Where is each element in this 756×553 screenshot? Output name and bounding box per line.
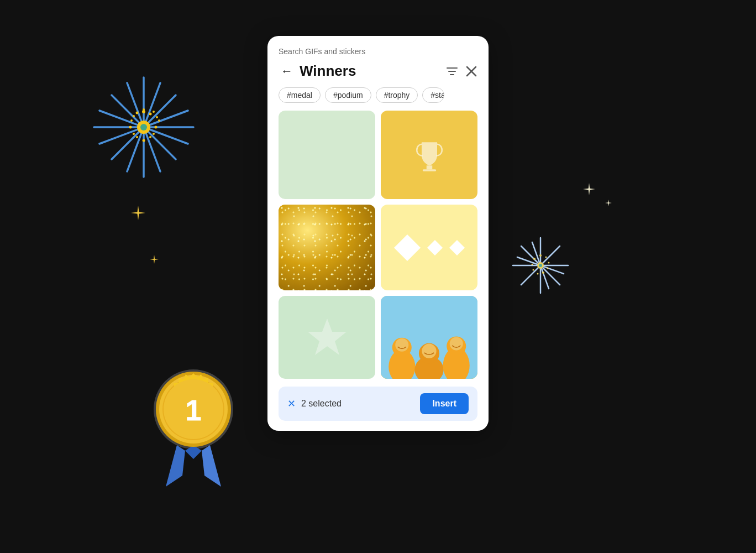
svg-line-7 (144, 95, 176, 127)
tags-row: #medal #podium #trophy #sta (267, 87, 489, 111)
svg-point-27 (143, 139, 145, 142)
svg-point-24 (155, 126, 158, 129)
svg-line-12 (144, 111, 188, 127)
tag-podium[interactable]: #podium (325, 87, 371, 103)
close-button[interactable] (465, 65, 477, 77)
close-icon (465, 65, 477, 77)
svg-point-55 (532, 264, 533, 265)
svg-marker-58 (166, 445, 185, 487)
svg-marker-59 (202, 445, 221, 487)
svg-line-6 (112, 127, 144, 159)
page-title: Winners (300, 62, 356, 80)
svg-point-25 (153, 133, 155, 135)
svg-point-62 (159, 375, 228, 444)
svg-rect-67 (447, 67, 458, 69)
light-starburst-decoration (507, 232, 574, 299)
diamond-small-icon (426, 239, 444, 257)
svg-line-44 (532, 242, 540, 265)
svg-rect-72 (426, 165, 432, 169)
svg-marker-60 (185, 445, 202, 459)
insert-button[interactable]: Insert (420, 393, 469, 414)
svg-point-17 (140, 124, 147, 131)
svg-point-46 (537, 262, 544, 269)
sparkle-decoration-4 (605, 199, 612, 208)
svg-line-5 (144, 127, 176, 159)
svg-line-45 (540, 265, 549, 289)
diamond-small-icon-2 (448, 239, 466, 257)
grid-item-6[interactable] (381, 296, 477, 379)
selected-info: ✕ 2 selected (287, 398, 342, 410)
svg-line-42 (517, 257, 540, 265)
tag-medal[interactable]: #medal (279, 87, 321, 103)
diamond-large-icon (393, 233, 422, 262)
bottom-bar: ✕ 2 selected Insert (279, 387, 477, 421)
svg-point-18 (142, 110, 145, 113)
star-icon (305, 315, 349, 359)
svg-line-11 (144, 127, 160, 171)
svg-line-13 (99, 127, 144, 144)
filter-icon (445, 65, 459, 78)
people-photo (381, 296, 477, 379)
svg-rect-69 (450, 74, 454, 75)
gif-search-modal: Search GIFs and stickers ← Winners (267, 36, 489, 431)
svg-point-29 (133, 133, 135, 135)
tag-star-partial[interactable]: #sta (422, 87, 444, 103)
sparkle-decoration-3 (582, 182, 596, 199)
clear-selection-button[interactable]: ✕ (287, 398, 296, 410)
grid-item-4[interactable] (381, 205, 477, 290)
blue-starburst-decoration (83, 66, 204, 188)
medal-decoration: {/* Serrated circle approximated with po… (133, 343, 254, 487)
svg-point-31 (130, 119, 133, 122)
nav-row: ← Winners (279, 62, 477, 80)
svg-point-50 (548, 262, 550, 264)
svg-line-4 (112, 95, 144, 127)
svg-point-33 (136, 112, 139, 114)
svg-marker-74 (308, 319, 347, 355)
svg-line-9 (144, 127, 188, 144)
nav-right (445, 65, 477, 78)
svg-point-30 (129, 126, 132, 129)
grid-item-1[interactable] (279, 111, 375, 199)
selected-count: 2 selected (301, 399, 342, 409)
svg-line-41 (540, 246, 560, 265)
sparkle-decoration-2 (149, 254, 159, 267)
svg-point-32 (133, 115, 135, 117)
grid-item-5[interactable] (279, 296, 375, 379)
svg-point-78 (395, 338, 408, 352)
svg-point-81 (422, 344, 436, 358)
svg-point-54 (533, 269, 534, 271)
svg-line-10 (127, 83, 144, 127)
svg-point-49 (545, 257, 547, 258)
svg-point-65 (164, 379, 223, 439)
svg-point-21 (153, 111, 155, 113)
trophy-icon (410, 135, 449, 174)
sparkle-decoration-1 (130, 205, 146, 225)
svg-point-23 (158, 119, 160, 122)
svg-line-43 (540, 265, 564, 274)
modal-header: Search GIFs and stickers ← Winners (267, 36, 489, 87)
svg-text:1: 1 (186, 394, 202, 426)
svg-point-56 (533, 258, 536, 260)
svg-point-47 (539, 264, 542, 267)
svg-point-48 (539, 254, 542, 257)
svg-line-15 (127, 127, 144, 171)
svg-point-22 (156, 116, 158, 118)
svg-line-38 (521, 246, 540, 265)
svg-line-8 (99, 111, 144, 127)
svg-point-26 (149, 136, 151, 138)
search-label: Search GIFs and stickers (279, 47, 477, 56)
svg-point-57 (154, 369, 233, 449)
tag-trophy[interactable]: #trophy (376, 87, 418, 103)
nav-left: ← Winners (279, 62, 356, 80)
filter-button[interactable] (445, 65, 459, 78)
grid-item-3[interactable] (279, 205, 375, 290)
svg-point-84 (450, 337, 463, 351)
svg-line-14 (144, 83, 160, 127)
svg-point-51 (547, 268, 549, 269)
svg-point-28 (136, 136, 138, 138)
gif-grid (267, 111, 489, 379)
svg-point-20 (149, 113, 152, 116)
svg-point-52 (542, 272, 544, 274)
back-button[interactable]: ← (279, 65, 295, 77)
grid-item-2[interactable] (381, 111, 477, 199)
